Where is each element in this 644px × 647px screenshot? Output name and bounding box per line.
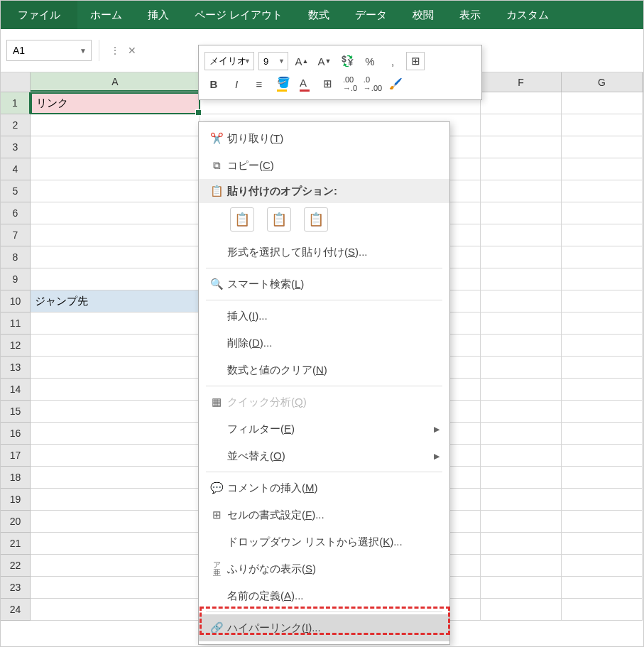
cell[interactable] [31,114,200,136]
cell[interactable] [31,335,200,357]
row-header[interactable]: 17 [1,445,31,467]
column-header-a[interactable]: A [31,72,200,92]
decrease-font-icon[interactable]: A▼ [315,52,334,70]
cell[interactable] [31,180,200,202]
menu-cut[interactable]: ✂️ 切り取り(T) [199,125,449,152]
cell[interactable] [481,423,562,445]
cell[interactable]: リンク [31,92,200,114]
cell[interactable] [562,577,643,599]
row-header[interactable]: 20 [1,511,31,533]
row-header[interactable]: 13 [1,357,31,379]
format-painter-brush-icon[interactable]: 🖌️ [386,75,405,93]
cell[interactable] [562,180,643,202]
cell[interactable] [31,401,200,423]
tab-page-layout[interactable]: ページ レイアウト [182,1,295,29]
menu-insert-comment[interactable]: 💬 コメントの挿入(M) [199,474,449,501]
cell[interactable] [562,533,643,555]
cell[interactable] [562,202,643,224]
cell[interactable] [562,312,643,335]
row-header[interactable]: 1 [1,92,31,114]
cell[interactable] [31,312,200,335]
chevron-down-icon[interactable]: ▼ [80,47,87,55]
borders-icon[interactable]: ⊞ [318,75,337,93]
menu-clear[interactable]: 数式と値のクリア(N) [199,357,449,384]
cell[interactable] [481,489,562,511]
cell[interactable] [481,136,562,158]
row-header[interactable]: 8 [1,246,31,268]
font-color-icon[interactable]: A [295,75,314,93]
cell[interactable] [562,357,643,379]
cell[interactable] [481,246,562,268]
tab-data[interactable]: データ [342,1,400,29]
cell[interactable] [562,599,643,621]
tab-file[interactable]: ファイル [1,1,77,29]
menu-phonetic[interactable]: ア亜 ふりがなの表示(S) [199,555,449,582]
paste-option-all[interactable]: 📋 [230,207,254,232]
row-header[interactable]: 24 [1,599,31,621]
cell[interactable] [562,268,643,290]
row-header[interactable]: 19 [1,489,31,511]
row-header[interactable]: 23 [1,577,31,599]
cell[interactable] [562,224,643,246]
comma-icon[interactable]: , [383,52,402,70]
cell[interactable] [31,224,200,246]
italic-button[interactable]: I [227,75,246,93]
percent-icon[interactable]: % [361,52,379,70]
row-header[interactable]: 22 [1,555,31,577]
cell[interactable] [481,92,562,114]
name-box[interactable]: A1 ▼ [6,40,92,61]
cell[interactable] [31,246,200,268]
format-painter-icon[interactable]: ⊞ [406,52,425,70]
row-header[interactable]: 4 [1,158,31,180]
menu-hyperlink[interactable]: 🔗 ハイパーリンク(I)... [199,614,449,641]
cell[interactable] [562,511,643,533]
cell[interactable] [481,202,562,224]
fill-color-icon[interactable]: 🪣 [273,75,291,93]
cell[interactable] [481,379,562,401]
cell[interactable] [31,489,200,511]
cell[interactable] [481,577,562,599]
row-header[interactable]: 12 [1,335,31,357]
row-header[interactable]: 3 [1,136,31,158]
tab-formulas[interactable]: 数式 [295,1,342,29]
column-header-g[interactable]: G [562,72,643,92]
column-header-f[interactable]: F [481,72,562,92]
tab-view[interactable]: 表示 [447,1,493,29]
chevron-down-icon[interactable]: ▼ [244,58,251,65]
cell[interactable] [481,599,562,621]
row-header[interactable]: 18 [1,467,31,489]
decrease-decimal-icon[interactable]: .0→.00 [364,75,382,93]
cell[interactable] [562,467,643,489]
cell[interactable] [481,467,562,489]
cell[interactable] [31,533,200,555]
cell[interactable] [562,555,643,577]
font-name-combo[interactable]: メイリオ ▼ [204,52,254,70]
cell[interactable] [31,202,200,224]
row-header[interactable]: 11 [1,312,31,335]
cell[interactable] [562,136,643,158]
cell[interactable] [31,555,200,577]
cell[interactable] [562,290,643,312]
cell[interactable] [481,158,562,180]
cell[interactable] [562,114,643,136]
row-header[interactable]: 14 [1,379,31,401]
row-header[interactable]: 2 [1,114,31,136]
tab-insert[interactable]: 挿入 [135,1,182,29]
menu-sort[interactable]: 並べ替え(O) ▶ [199,442,449,469]
cancel-icon[interactable]: ✕ [124,42,141,59]
cell[interactable] [562,379,643,401]
cell[interactable] [562,445,643,467]
cell[interactable] [481,290,562,312]
cell[interactable] [31,599,200,621]
cell[interactable] [562,335,643,357]
increase-font-icon[interactable]: A▲ [293,52,311,70]
select-all-corner[interactable] [1,72,31,92]
row-header[interactable]: 21 [1,533,31,555]
row-header[interactable]: 10 [1,290,31,312]
cell[interactable]: ジャンプ先 [31,290,200,312]
cell[interactable] [481,224,562,246]
cell[interactable] [31,379,200,401]
cell[interactable] [481,357,562,379]
cell[interactable] [562,489,643,511]
increase-decimal-icon[interactable]: .00→.0 [341,75,359,93]
